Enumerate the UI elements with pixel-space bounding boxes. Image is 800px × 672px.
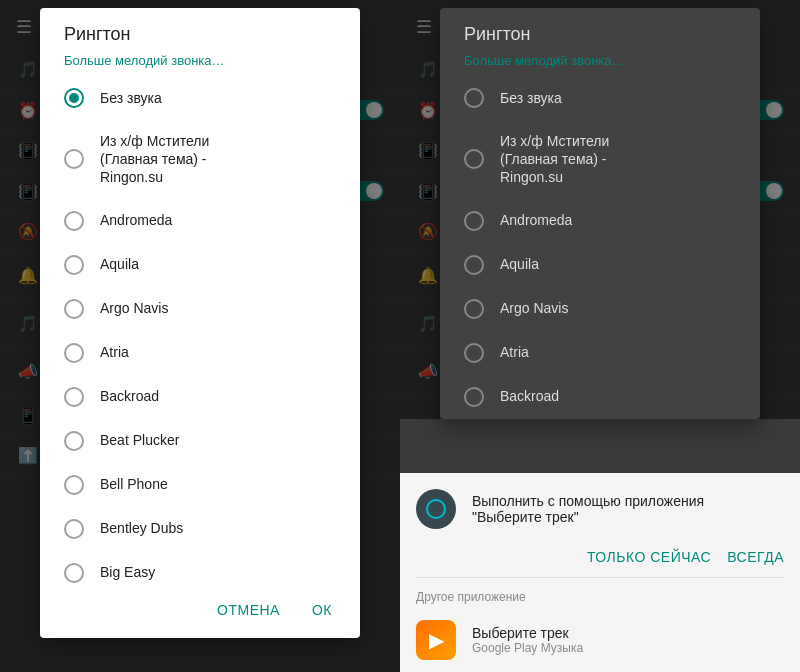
right-item-atria[interactable]: Atria	[440, 331, 760, 375]
radio-argo	[64, 299, 84, 319]
left-item-bigeasy[interactable]: Big Easy	[40, 551, 360, 586]
radio-silent	[64, 88, 84, 108]
right-label-argo: Argo Navis	[500, 299, 568, 317]
ok-button[interactable]: ОК	[300, 594, 344, 626]
app-icon-music: ▶	[416, 620, 456, 660]
left-label-silent: Без звука	[100, 89, 162, 107]
bottom-app-selector[interactable]: Выполнить с помощью приложения"Выберите …	[400, 473, 800, 545]
radio-beatplucker	[64, 431, 84, 451]
once-button[interactable]: ТОЛЬКО СЕЙЧАС	[587, 549, 711, 565]
radio-backroad	[64, 387, 84, 407]
radio-avengers	[64, 149, 84, 169]
right-bottom-sheet: Выполнить с помощью приложения"Выберите …	[400, 473, 800, 672]
right-label-backroad: Backroad	[500, 387, 559, 405]
radio-bigeasy	[64, 563, 84, 583]
right-dialog-title: Рингтон	[440, 8, 760, 53]
right-radio-avengers	[464, 149, 484, 169]
other-app-label: Другое приложение	[400, 578, 800, 608]
left-dialog-overlay: Рингтон Больше мелодий звонка… Без звука…	[0, 0, 400, 672]
left-dialog-list: Без звука Из х/ф Мстители(Главная тема) …	[40, 76, 360, 586]
left-item-beatplucker[interactable]: Beat Plucker	[40, 419, 360, 463]
left-label-aquila: Aquila	[100, 255, 139, 273]
right-label-silent: Без звука	[500, 89, 562, 107]
left-label-backroad: Backroad	[100, 387, 159, 405]
left-dialog-subtitle[interactable]: Больше мелодий звонка…	[40, 53, 360, 76]
radio-inner-silent	[69, 93, 79, 103]
right-dialog-overlay: Рингтон Больше мелодий звонка… Без звука…	[400, 0, 800, 419]
left-label-avengers: Из х/ф Мстители(Главная тема) -Ringon.su	[100, 132, 209, 187]
left-item-argo[interactable]: Argo Navis	[40, 287, 360, 331]
right-item-backroad[interactable]: Backroad	[440, 375, 760, 419]
bottom-sheet-actions: ТОЛЬКО СЕЙЧАС ВСЕГДА	[400, 545, 800, 577]
right-panel: ☰ Музыка 🎵 Музыка ⏰ Будильник 📳 Рингтон …	[400, 0, 800, 672]
right-item-andromeda[interactable]: Andromeda	[440, 199, 760, 243]
app-sub: Google Play Музыка	[472, 641, 583, 655]
right-item-silent[interactable]: Без звука	[440, 76, 760, 120]
left-label-bigeasy: Big Easy	[100, 563, 155, 581]
right-label-andromeda: Andromeda	[500, 211, 572, 229]
left-dialog-actions: ОТМЕНА ОК	[40, 586, 360, 638]
right-dialog: Рингтон Больше мелодий звонка… Без звука…	[440, 8, 760, 419]
left-label-argo: Argo Navis	[100, 299, 168, 317]
left-label-atria: Atria	[100, 343, 129, 361]
right-item-aquila[interactable]: Aquila	[440, 243, 760, 287]
left-item-bellphone[interactable]: Bell Phone	[40, 463, 360, 507]
right-item-argo[interactable]: Argo Navis	[440, 287, 760, 331]
left-label-bellphone: Bell Phone	[100, 475, 168, 493]
left-item-bentley[interactable]: Bentley Dubs	[40, 507, 360, 551]
left-dialog: Рингтон Больше мелодий звонка… Без звука…	[40, 8, 360, 638]
radio-aquila	[64, 255, 84, 275]
right-radio-andromeda	[464, 211, 484, 231]
right-label-avengers: Из х/ф Мстители(Главная тема) -Ringon.su	[500, 132, 609, 187]
radio-andromeda	[64, 211, 84, 231]
left-item-atria[interactable]: Atria	[40, 331, 360, 375]
right-radio-argo	[464, 299, 484, 319]
app-info: Выберите трек Google Play Музыка	[472, 625, 583, 655]
radio-atria	[64, 343, 84, 363]
left-label-beatplucker: Beat Plucker	[100, 431, 179, 449]
right-radio-aquila	[464, 255, 484, 275]
left-item-avengers[interactable]: Из х/ф Мстители(Главная тема) -Ringon.su	[40, 120, 360, 199]
radio-bentley	[64, 519, 84, 539]
app-name: Выберите трек	[472, 625, 583, 641]
always-button[interactable]: ВСЕГДА	[727, 549, 784, 565]
right-label-aquila: Aquila	[500, 255, 539, 273]
left-item-andromeda[interactable]: Andromeda	[40, 199, 360, 243]
right-label-atria: Atria	[500, 343, 529, 361]
right-item-avengers[interactable]: Из х/ф Мстители(Главная тема) -Ringon.su	[440, 120, 760, 199]
cancel-button[interactable]: ОТМЕНА	[205, 594, 292, 626]
app-item-music[interactable]: ▶ Выберите трек Google Play Музыка	[400, 608, 800, 672]
left-label-andromeda: Andromeda	[100, 211, 172, 229]
app-selector-text: Выполнить с помощью приложения"Выберите …	[472, 493, 784, 525]
app-selector-icon	[416, 489, 456, 529]
radio-bellphone	[64, 475, 84, 495]
left-panel: ☰ Музыка 🎵 Музыка ⏰ Будильник 📳 Рингтон …	[0, 0, 400, 672]
left-item-silent[interactable]: Без звука	[40, 76, 360, 120]
right-radio-backroad	[464, 387, 484, 407]
right-radio-silent	[464, 88, 484, 108]
left-label-bentley: Bentley Dubs	[100, 519, 183, 537]
left-dialog-title: Рингтон	[40, 8, 360, 53]
selector-icon-inner	[426, 499, 446, 519]
right-dialog-subtitle[interactable]: Больше мелодий звонка…	[440, 53, 760, 76]
left-item-aquila[interactable]: Aquila	[40, 243, 360, 287]
left-item-backroad[interactable]: Backroad	[40, 375, 360, 419]
right-radio-atria	[464, 343, 484, 363]
